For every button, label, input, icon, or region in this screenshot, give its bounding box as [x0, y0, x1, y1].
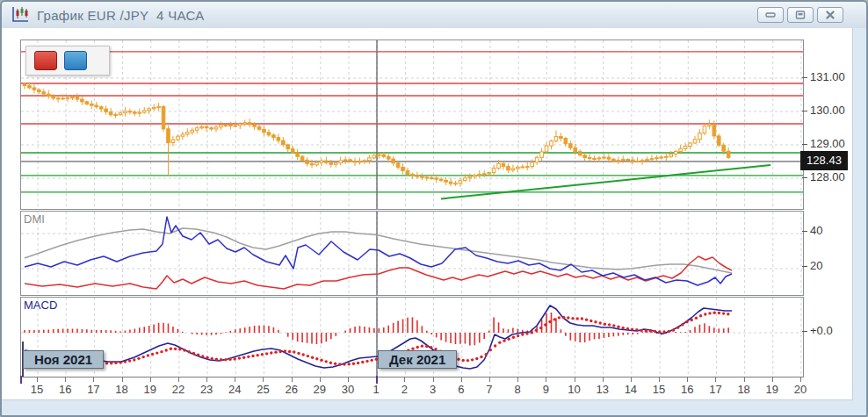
x-axis-tick	[546, 377, 546, 382]
x-axis-day-label: 14	[625, 383, 637, 396]
x-axis-day-label: 15	[31, 383, 43, 396]
x-axis-day-label: 19	[144, 383, 156, 396]
quick-toolbar	[25, 46, 110, 75]
x-axis-day-label: 25	[257, 383, 269, 396]
x-axis-tick	[800, 377, 801, 382]
x-axis-day-label: 17	[709, 383, 721, 396]
x-axis-tick	[517, 377, 518, 382]
x-axis-day-label: 23	[200, 383, 213, 396]
x-axis-day-label: 18	[115, 383, 127, 396]
x-axis-day-label: 1	[373, 383, 380, 396]
x-axis-tick	[744, 377, 745, 382]
price-axis-label: 128.00	[810, 170, 854, 183]
x-axis-tick	[348, 377, 349, 382]
window-controls	[757, 7, 843, 23]
price-axis-tick	[802, 177, 807, 178]
x-axis-tick	[489, 377, 490, 382]
x-axis-tick	[178, 377, 179, 382]
x-axis-day-label: 10	[568, 383, 580, 396]
x-axis-tick	[404, 377, 405, 382]
restore-button[interactable]	[787, 7, 814, 23]
chart-window: График EUR /JPY 4 ЧАСА DMI MACD Ноя 2021…	[0, 0, 868, 417]
x-axis-day-label: 22	[172, 383, 184, 396]
price-axis-tick	[802, 111, 807, 111]
window-title: График EUR /JPY 4 ЧАСА	[37, 8, 205, 23]
x-axis-day-label: 29	[314, 383, 326, 396]
x-axis-tick	[575, 377, 575, 382]
current-price-tag: 128.43	[800, 151, 848, 170]
minimize-button[interactable]	[757, 7, 784, 23]
price-axis-tick	[802, 144, 807, 145]
macd-axis-label: +0.0	[810, 324, 854, 337]
dmi-panel[interactable]	[20, 211, 804, 296]
x-axis-day-label: 15	[653, 383, 665, 396]
x-axis-day-label: 30	[342, 383, 354, 396]
price-axis-label: 130.00	[810, 104, 854, 117]
x-axis-day-label: 8	[515, 383, 521, 396]
x-axis-tick	[433, 377, 434, 382]
titlebar[interactable]: График EUR /JPY 4 ЧАСА	[2, 2, 866, 29]
x-axis-day-label: 16	[681, 383, 693, 396]
dmi-axis-label: 20	[810, 259, 854, 272]
x-axis-tick	[631, 377, 632, 382]
price-axis-label: 129.00	[810, 137, 854, 150]
x-axis-tick	[772, 377, 773, 382]
x-axis-tick	[93, 377, 94, 382]
x-axis-day-label: 13	[596, 383, 608, 396]
month-badge-dec: Дек 2021	[378, 350, 457, 369]
month-badge-nov: Ноя 2021	[23, 350, 104, 369]
chart-app-icon	[11, 6, 30, 24]
x-axis-day-label: 6	[458, 383, 464, 396]
x-axis-tick	[65, 377, 66, 382]
x-axis-tick	[122, 377, 123, 382]
x-axis-day-label: 17	[87, 383, 99, 396]
x-axis-day-label: 9	[543, 383, 549, 396]
x-axis-day-label: 16	[59, 383, 71, 396]
dmi-axis-tick	[802, 266, 807, 267]
dmi-axis-tick	[802, 231, 807, 232]
x-axis-day-label: 18	[737, 383, 749, 396]
macd-label: MACD	[24, 298, 57, 312]
x-axis-day-label: 3	[430, 383, 436, 396]
x-axis-baseline	[20, 377, 803, 377]
x-axis-day-label: 26	[285, 383, 297, 396]
x-axis-tick	[206, 377, 207, 382]
close-button[interactable]	[817, 7, 843, 23]
x-axis-day-label: 7	[486, 383, 492, 396]
x-axis-day-label: 2	[401, 383, 408, 396]
x-axis-tick	[320, 377, 321, 382]
x-axis-day-label: 19	[766, 383, 778, 396]
x-axis-month-tick	[20, 376, 22, 384]
price-axis-tick	[802, 77, 807, 78]
x-axis-day-label: 24	[228, 383, 241, 396]
x-axis-tick	[263, 377, 264, 382]
x-axis-tick	[150, 377, 151, 382]
blue-square-button[interactable]	[64, 51, 87, 70]
dmi-label: DMI	[24, 212, 45, 226]
x-axis-day-label: 20	[794, 383, 807, 396]
price-panel[interactable]	[20, 40, 804, 210]
x-axis-tick	[715, 377, 716, 382]
dmi-axis-label: 40	[810, 224, 854, 237]
x-axis-tick	[659, 377, 660, 382]
x-axis-month-tick	[376, 376, 378, 384]
x-axis-tick	[37, 377, 38, 382]
macd-axis-tick	[802, 331, 807, 332]
red-square-button[interactable]	[34, 51, 57, 70]
x-axis-tick	[687, 377, 688, 382]
x-axis-tick	[603, 377, 604, 382]
x-axis-tick	[292, 377, 293, 382]
price-axis-label: 131.00	[810, 70, 854, 83]
x-axis-tick	[235, 377, 235, 382]
x-axis-tick	[461, 377, 462, 382]
